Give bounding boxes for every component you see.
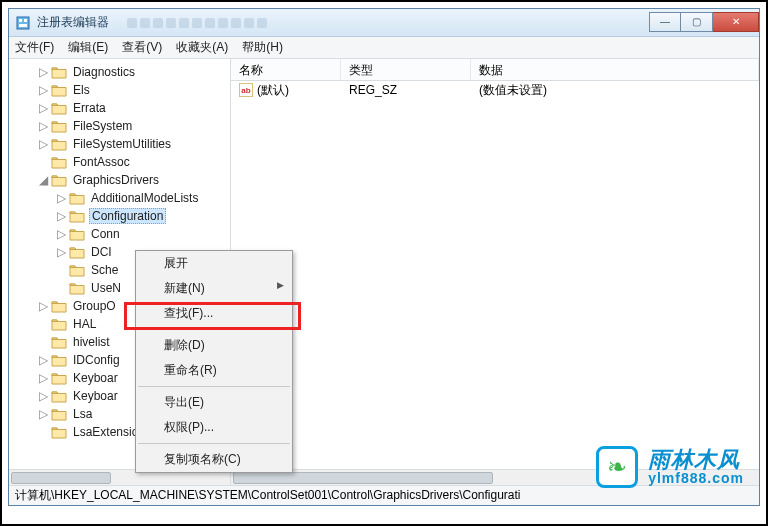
maximize-button[interactable]: ▢ xyxy=(681,12,713,32)
tree-item-label: Configuration xyxy=(89,208,166,224)
folder-icon xyxy=(51,173,67,187)
close-button[interactable]: ✕ xyxy=(713,12,759,32)
tree-item[interactable]: ▷FileSystemUtilities xyxy=(9,135,230,153)
context-menu-separator xyxy=(138,443,290,444)
context-menu-item[interactable]: 重命名(R) xyxy=(136,358,292,383)
tree-item[interactable]: ▷Errata xyxy=(9,99,230,117)
tree-item-label: Lsa xyxy=(71,407,94,421)
expand-icon[interactable]: ▷ xyxy=(37,425,49,439)
expand-icon[interactable]: ▷ xyxy=(55,263,67,277)
svg-rect-1 xyxy=(19,19,22,22)
tree-item-label: DCI xyxy=(89,245,114,259)
list-pane[interactable]: 名称 类型 数据 ab(默认)REG_SZ(数值未设置) xyxy=(231,59,759,485)
tree-item[interactable]: ◢GraphicsDrivers xyxy=(9,171,230,189)
string-value-icon: ab xyxy=(239,83,253,97)
tree-item-label: GroupO xyxy=(71,299,118,313)
tree-item-label: FontAssoc xyxy=(71,155,132,169)
expand-icon[interactable]: ▷ xyxy=(37,317,49,331)
tree-item[interactable]: ▷AdditionalModeLists xyxy=(9,189,230,207)
tree-item[interactable]: ▷Conn xyxy=(9,225,230,243)
context-menu-item[interactable]: 新建(N) xyxy=(136,276,292,301)
tree-item[interactable]: ▷Diagnostics xyxy=(9,63,230,81)
context-menu-item[interactable]: 删除(D) xyxy=(136,333,292,358)
folder-icon xyxy=(69,245,85,259)
statusbar: 计算机\HKEY_LOCAL_MACHINE\SYSTEM\ControlSet… xyxy=(9,485,759,505)
expand-icon[interactable]: ▷ xyxy=(55,191,67,205)
expand-icon[interactable]: ▷ xyxy=(37,155,49,169)
tree-item-label: Conn xyxy=(89,227,122,241)
expand-icon[interactable]: ▷ xyxy=(37,389,49,403)
tree-item-label: Diagnostics xyxy=(71,65,137,79)
col-header-type[interactable]: 类型 xyxy=(341,59,471,80)
folder-icon xyxy=(69,263,85,277)
folder-icon xyxy=(51,335,67,349)
expand-icon[interactable]: ▷ xyxy=(55,281,67,295)
menu-view[interactable]: 查看(V) xyxy=(122,39,162,56)
context-menu: 展开新建(N)查找(F)...删除(D)重命名(R)导出(E)权限(P)...复… xyxy=(135,250,293,473)
folder-icon xyxy=(51,65,67,79)
menubar: 文件(F) 编辑(E) 查看(V) 收藏夹(A) 帮助(H) xyxy=(9,37,759,59)
context-menu-item[interactable]: 查找(F)... xyxy=(136,301,292,326)
menu-favorites[interactable]: 收藏夹(A) xyxy=(176,39,228,56)
list-row[interactable]: ab(默认)REG_SZ(数值未设置) xyxy=(231,81,759,99)
value-data: (数值未设置) xyxy=(471,82,759,99)
expand-icon[interactable]: ▷ xyxy=(37,335,49,349)
menu-edit[interactable]: 编辑(E) xyxy=(68,39,108,56)
folder-icon xyxy=(69,191,85,205)
tree-item[interactable]: ▷FontAssoc xyxy=(9,153,230,171)
tree-item-label: Sche xyxy=(89,263,120,277)
tree-item-label: Errata xyxy=(71,101,108,115)
watermark-text-cn: 雨林木风 xyxy=(648,449,744,471)
status-path: 计算机\HKEY_LOCAL_MACHINE\SYSTEM\ControlSet… xyxy=(15,487,521,504)
folder-icon xyxy=(51,155,67,169)
context-menu-item[interactable]: 复制项名称(C) xyxy=(136,447,292,472)
watermark-text-en: ylmf888.com xyxy=(648,471,744,485)
tree-item[interactable]: ▷Configuration xyxy=(9,207,230,225)
value-type: REG_SZ xyxy=(341,83,471,97)
expand-icon[interactable]: ▷ xyxy=(37,119,49,133)
folder-icon xyxy=(51,101,67,115)
expand-icon[interactable]: ▷ xyxy=(37,299,49,313)
expand-icon[interactable]: ▷ xyxy=(37,353,49,367)
folder-icon xyxy=(69,281,85,295)
minimize-button[interactable]: — xyxy=(649,12,681,32)
folder-icon xyxy=(51,371,67,385)
col-header-name[interactable]: 名称 xyxy=(231,59,341,80)
expand-icon[interactable]: ▷ xyxy=(37,101,49,115)
context-menu-item[interactable]: 导出(E) xyxy=(136,390,292,415)
expand-icon[interactable]: ▷ xyxy=(55,227,67,241)
folder-icon xyxy=(51,353,67,367)
value-name: (默认) xyxy=(257,82,289,99)
folder-icon xyxy=(51,407,67,421)
tree-item-label: Keyboar xyxy=(71,371,120,385)
folder-icon xyxy=(51,119,67,133)
tree-item[interactable]: ▷Els xyxy=(9,81,230,99)
col-header-data[interactable]: 数据 xyxy=(471,59,759,80)
menu-help[interactable]: 帮助(H) xyxy=(242,39,283,56)
titlebar-decoration xyxy=(127,18,267,28)
folder-icon xyxy=(51,317,67,331)
tree-item-label: FileSystem xyxy=(71,119,134,133)
list-header: 名称 类型 数据 xyxy=(231,59,759,81)
expand-icon[interactable]: ▷ xyxy=(37,137,49,151)
tree-item[interactable]: ▷FileSystem xyxy=(9,117,230,135)
folder-icon xyxy=(69,209,85,223)
expand-icon[interactable]: ▷ xyxy=(37,371,49,385)
expand-icon[interactable]: ▷ xyxy=(37,83,49,97)
expand-icon[interactable]: ▷ xyxy=(37,407,49,421)
context-menu-item[interactable]: 权限(P)... xyxy=(136,415,292,440)
folder-icon xyxy=(51,83,67,97)
folder-icon xyxy=(51,137,67,151)
tree-item-label: hivelist xyxy=(71,335,112,349)
context-menu-item[interactable]: 展开 xyxy=(136,251,292,276)
regedit-window: 注册表编辑器 — ▢ ✕ 文件(F) 编辑(E) 查看(V) 收藏夹(A) 帮助… xyxy=(8,8,760,506)
expand-icon[interactable]: ◢ xyxy=(37,173,49,187)
watermark: ❧ 雨林木风 ylmf888.com xyxy=(596,446,744,488)
folder-icon xyxy=(51,425,67,439)
menu-file[interactable]: 文件(F) xyxy=(15,39,54,56)
expand-icon[interactable]: ▷ xyxy=(37,65,49,79)
tree-item-label: FileSystemUtilities xyxy=(71,137,173,151)
expand-icon[interactable]: ▷ xyxy=(55,245,67,259)
window-controls: — ▢ ✕ xyxy=(649,14,759,32)
expand-icon[interactable]: ▷ xyxy=(55,209,67,223)
